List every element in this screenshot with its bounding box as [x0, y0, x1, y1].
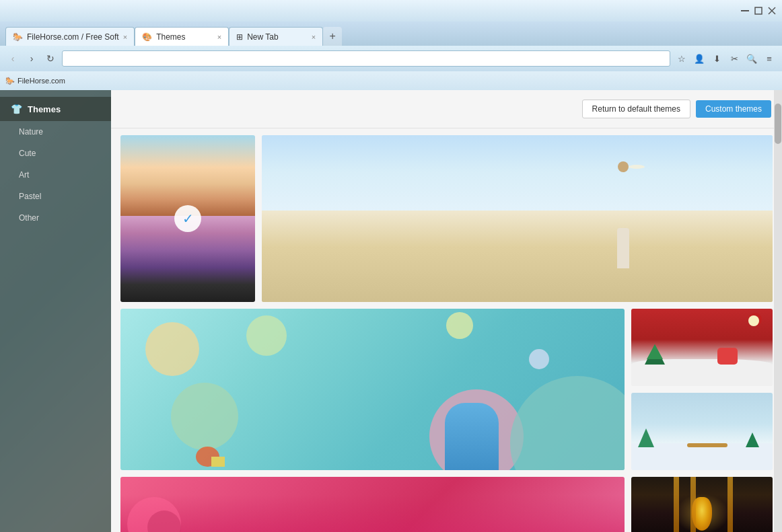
close-button[interactable]	[767, 6, 777, 15]
theme-colorful-bubbles[interactable]	[120, 309, 625, 470]
bookmark-label: FileHorse.com	[17, 77, 65, 85]
themes-row-3	[120, 477, 773, 532]
tab-favicon-themes: 🎨	[142, 32, 152, 42]
return-default-button[interactable]: Return to default themes	[582, 100, 690, 118]
address-input[interactable]	[62, 50, 670, 67]
bubbles-background	[120, 309, 625, 470]
person-icon[interactable]: 👤	[692, 51, 707, 66]
window-controls	[740, 6, 777, 15]
toy-blocks	[211, 457, 225, 467]
custom-themes-button[interactable]: Custom themes	[696, 100, 771, 118]
theme-pink-art[interactable]	[120, 477, 625, 532]
tab-close-newtab[interactable]: ×	[312, 33, 316, 41]
tab-label: FileHorse.com / Free Soft	[27, 32, 119, 42]
download-icon[interactable]: ⬇	[709, 51, 724, 66]
themes-grid: ✓	[111, 128, 782, 532]
cartoon-character	[445, 403, 499, 470]
tab-bar: 🐎 FileHorse.com / Free Soft × 🎨 Themes ×…	[0, 22, 782, 46]
browser-window: 🐎 FileHorse.com / Free Soft × 🎨 Themes ×…	[0, 0, 782, 90]
main-panel: Return to default themes Custom themes ✓	[111, 90, 782, 532]
search-icon[interactable]: 🔍	[744, 51, 759, 66]
winter-background	[631, 393, 773, 470]
theme-sunset-mountain[interactable]: ✓	[120, 135, 255, 302]
back-button[interactable]: ‹	[5, 51, 20, 66]
forward-button[interactable]: ›	[24, 51, 39, 66]
bookmark-filehorse[interactable]: 🐎 FileHorse.com	[5, 77, 65, 85]
pink-art-background	[120, 477, 625, 532]
maximize-button[interactable]	[754, 6, 763, 15]
content-area: 👕 Themes Nature Cute Art Pastel Other Re…	[0, 90, 782, 532]
santa-figure	[717, 348, 738, 365]
refresh-button[interactable]: ↻	[43, 51, 58, 66]
scissors-icon[interactable]: ✂	[727, 51, 742, 66]
tab-label-newtab: New Tab	[247, 32, 278, 42]
tab-newtab[interactable]: ⊞ New Tab ×	[229, 27, 323, 46]
tab-themes[interactable]: 🎨 Themes ×	[135, 27, 229, 46]
bookmark-icon[interactable]: ☆	[674, 51, 689, 66]
svg-rect-1	[755, 7, 762, 14]
sidebar-item-pastel[interactable]: Pastel	[0, 186, 111, 207]
tab-favicon: 🐎	[13, 32, 23, 42]
themes-row-2	[120, 309, 773, 470]
girl-head	[618, 161, 629, 172]
sidebar-item-cute[interactable]: Cute	[0, 143, 111, 164]
christmas-background	[631, 309, 773, 386]
themes-row-1: ✓	[120, 135, 773, 302]
address-bar: ‹ › ↻ ☆ 👤 ⬇ ✂ 🔍 ≡	[0, 46, 782, 71]
svg-rect-0	[741, 10, 749, 11]
theme-top-half	[120, 135, 255, 216]
theme-winter[interactable]	[631, 393, 773, 470]
sidebar-item-nature[interactable]: Nature	[0, 121, 111, 143]
lantern-background	[631, 477, 773, 532]
toolbar-icons: ☆ 👤 ⬇ ✂ 🔍 ≡	[674, 51, 777, 66]
tab-close-filehorse[interactable]: ×	[123, 33, 127, 41]
theme-lantern-art[interactable]	[631, 477, 773, 532]
sidebar-themes-header[interactable]: 👕 Themes	[0, 97, 111, 121]
beach-background	[262, 135, 773, 302]
scrollbar[interactable]	[774, 90, 782, 532]
bookmarks-bar: 🐎 FileHorse.com	[0, 71, 782, 90]
girl-hat	[629, 165, 645, 169]
selected-checkmark: ✓	[174, 205, 201, 232]
bookmark-favicon: 🐎	[5, 77, 15, 85]
themes-header: Return to default themes Custom themes	[111, 90, 782, 128]
sled-area	[674, 441, 758, 447]
scroll-thumb[interactable]	[775, 104, 781, 144]
tab-filehorse[interactable]: 🐎 FileHorse.com / Free Soft ×	[5, 27, 135, 46]
tab-label-themes: Themes	[156, 32, 185, 42]
cute-right-column	[631, 309, 773, 470]
sidebar-item-art[interactable]: Art	[0, 164, 111, 186]
title-bar	[0, 0, 782, 22]
themes-icon: 👕	[11, 104, 22, 114]
new-tab-button[interactable]: +	[323, 27, 342, 46]
sidebar-nav: 👕 Themes Nature Cute Art Pastel Other	[0, 90, 111, 229]
sidebar-header-label: Themes	[28, 104, 61, 114]
tab-favicon-newtab: ⊞	[236, 32, 243, 42]
sidebar: 👕 Themes Nature Cute Art Pastel Other	[0, 90, 111, 532]
menu-icon[interactable]: ≡	[762, 51, 777, 66]
tab-close-themes[interactable]: ×	[217, 33, 221, 41]
theme-christmas[interactable]	[631, 309, 773, 386]
theme-beach-girl[interactable]	[262, 135, 773, 302]
minimize-button[interactable]	[740, 6, 750, 15]
girl-body	[617, 228, 629, 268]
sidebar-item-other[interactable]: Other	[0, 207, 111, 229]
